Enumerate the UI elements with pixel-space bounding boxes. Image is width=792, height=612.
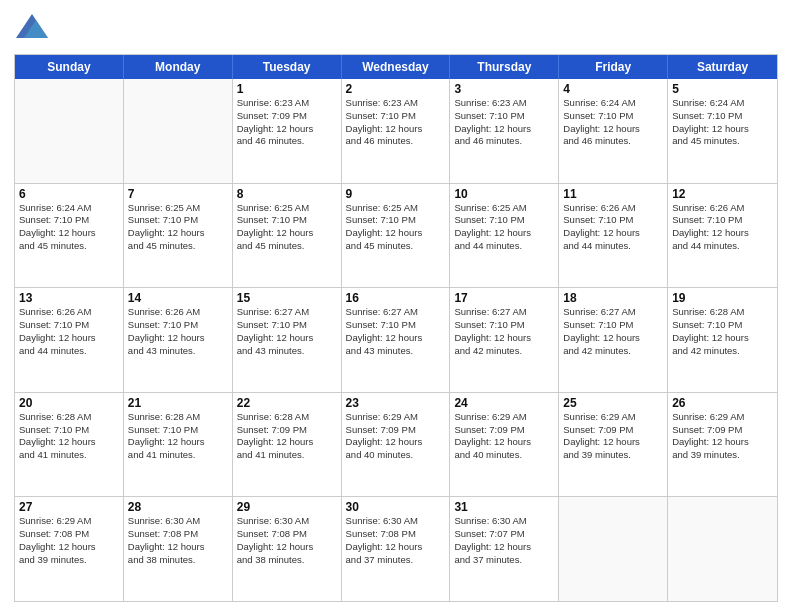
calendar-row: 20Sunrise: 6:28 AMSunset: 7:10 PMDayligh…	[15, 393, 777, 498]
day-info: Sunrise: 6:28 AMSunset: 7:10 PMDaylight:…	[672, 306, 773, 357]
day-info: Sunrise: 6:23 AMSunset: 7:10 PMDaylight:…	[346, 97, 446, 148]
day-number: 27	[19, 500, 119, 514]
day-info: Sunrise: 6:29 AMSunset: 7:09 PMDaylight:…	[563, 411, 663, 462]
day-number: 12	[672, 187, 773, 201]
calendar-cell: 16Sunrise: 6:27 AMSunset: 7:10 PMDayligh…	[342, 288, 451, 392]
calendar-row: 27Sunrise: 6:29 AMSunset: 7:08 PMDayligh…	[15, 497, 777, 601]
day-number: 22	[237, 396, 337, 410]
logo-icon	[14, 10, 50, 46]
day-info: Sunrise: 6:23 AMSunset: 7:09 PMDaylight:…	[237, 97, 337, 148]
day-number: 30	[346, 500, 446, 514]
day-number: 10	[454, 187, 554, 201]
day-number: 5	[672, 82, 773, 96]
day-info: Sunrise: 6:25 AMSunset: 7:10 PMDaylight:…	[237, 202, 337, 253]
calendar-cell: 4Sunrise: 6:24 AMSunset: 7:10 PMDaylight…	[559, 79, 668, 183]
calendar-cell: 8Sunrise: 6:25 AMSunset: 7:10 PMDaylight…	[233, 184, 342, 288]
day-info: Sunrise: 6:27 AMSunset: 7:10 PMDaylight:…	[346, 306, 446, 357]
header-day: Tuesday	[233, 55, 342, 79]
calendar-cell: 7Sunrise: 6:25 AMSunset: 7:10 PMDaylight…	[124, 184, 233, 288]
day-number: 4	[563, 82, 663, 96]
day-info: Sunrise: 6:25 AMSunset: 7:10 PMDaylight:…	[454, 202, 554, 253]
day-number: 9	[346, 187, 446, 201]
day-number: 2	[346, 82, 446, 96]
day-number: 11	[563, 187, 663, 201]
calendar-cell: 3Sunrise: 6:23 AMSunset: 7:10 PMDaylight…	[450, 79, 559, 183]
day-info: Sunrise: 6:28 AMSunset: 7:09 PMDaylight:…	[237, 411, 337, 462]
calendar-cell: 31Sunrise: 6:30 AMSunset: 7:07 PMDayligh…	[450, 497, 559, 601]
day-number: 3	[454, 82, 554, 96]
day-number: 8	[237, 187, 337, 201]
day-number: 24	[454, 396, 554, 410]
calendar-cell: 9Sunrise: 6:25 AMSunset: 7:10 PMDaylight…	[342, 184, 451, 288]
calendar-cell: 13Sunrise: 6:26 AMSunset: 7:10 PMDayligh…	[15, 288, 124, 392]
calendar-cell: 29Sunrise: 6:30 AMSunset: 7:08 PMDayligh…	[233, 497, 342, 601]
day-number: 20	[19, 396, 119, 410]
day-info: Sunrise: 6:27 AMSunset: 7:10 PMDaylight:…	[454, 306, 554, 357]
day-number: 6	[19, 187, 119, 201]
calendar-cell: 25Sunrise: 6:29 AMSunset: 7:09 PMDayligh…	[559, 393, 668, 497]
page: SundayMondayTuesdayWednesdayThursdayFrid…	[0, 0, 792, 612]
day-info: Sunrise: 6:30 AMSunset: 7:08 PMDaylight:…	[128, 515, 228, 566]
day-info: Sunrise: 6:26 AMSunset: 7:10 PMDaylight:…	[563, 202, 663, 253]
calendar-cell: 27Sunrise: 6:29 AMSunset: 7:08 PMDayligh…	[15, 497, 124, 601]
calendar-cell: 19Sunrise: 6:28 AMSunset: 7:10 PMDayligh…	[668, 288, 777, 392]
calendar-cell: 22Sunrise: 6:28 AMSunset: 7:09 PMDayligh…	[233, 393, 342, 497]
calendar-cell: 5Sunrise: 6:24 AMSunset: 7:10 PMDaylight…	[668, 79, 777, 183]
day-info: Sunrise: 6:24 AMSunset: 7:10 PMDaylight:…	[563, 97, 663, 148]
logo	[14, 10, 54, 46]
calendar-cell: 21Sunrise: 6:28 AMSunset: 7:10 PMDayligh…	[124, 393, 233, 497]
day-info: Sunrise: 6:30 AMSunset: 7:07 PMDaylight:…	[454, 515, 554, 566]
calendar-cell: 2Sunrise: 6:23 AMSunset: 7:10 PMDaylight…	[342, 79, 451, 183]
day-info: Sunrise: 6:28 AMSunset: 7:10 PMDaylight:…	[19, 411, 119, 462]
calendar-cell: 28Sunrise: 6:30 AMSunset: 7:08 PMDayligh…	[124, 497, 233, 601]
header-day: Friday	[559, 55, 668, 79]
day-number: 17	[454, 291, 554, 305]
day-number: 13	[19, 291, 119, 305]
header-day: Wednesday	[342, 55, 451, 79]
day-number: 18	[563, 291, 663, 305]
header-day: Thursday	[450, 55, 559, 79]
day-number: 14	[128, 291, 228, 305]
day-info: Sunrise: 6:30 AMSunset: 7:08 PMDaylight:…	[237, 515, 337, 566]
calendar-row: 1Sunrise: 6:23 AMSunset: 7:09 PMDaylight…	[15, 79, 777, 184]
day-number: 16	[346, 291, 446, 305]
calendar-cell: 17Sunrise: 6:27 AMSunset: 7:10 PMDayligh…	[450, 288, 559, 392]
calendar-cell: 12Sunrise: 6:26 AMSunset: 7:10 PMDayligh…	[668, 184, 777, 288]
calendar-row: 13Sunrise: 6:26 AMSunset: 7:10 PMDayligh…	[15, 288, 777, 393]
day-info: Sunrise: 6:26 AMSunset: 7:10 PMDaylight:…	[19, 306, 119, 357]
day-number: 25	[563, 396, 663, 410]
day-info: Sunrise: 6:27 AMSunset: 7:10 PMDaylight:…	[237, 306, 337, 357]
calendar-cell	[15, 79, 124, 183]
calendar-cell: 15Sunrise: 6:27 AMSunset: 7:10 PMDayligh…	[233, 288, 342, 392]
day-info: Sunrise: 6:27 AMSunset: 7:10 PMDaylight:…	[563, 306, 663, 357]
header-day: Monday	[124, 55, 233, 79]
day-info: Sunrise: 6:29 AMSunset: 7:09 PMDaylight:…	[672, 411, 773, 462]
calendar-cell: 10Sunrise: 6:25 AMSunset: 7:10 PMDayligh…	[450, 184, 559, 288]
day-info: Sunrise: 6:29 AMSunset: 7:09 PMDaylight:…	[346, 411, 446, 462]
day-info: Sunrise: 6:24 AMSunset: 7:10 PMDaylight:…	[672, 97, 773, 148]
calendar-cell	[124, 79, 233, 183]
day-info: Sunrise: 6:24 AMSunset: 7:10 PMDaylight:…	[19, 202, 119, 253]
day-number: 26	[672, 396, 773, 410]
day-number: 23	[346, 396, 446, 410]
header-day: Sunday	[15, 55, 124, 79]
calendar-cell	[559, 497, 668, 601]
calendar-cell: 24Sunrise: 6:29 AMSunset: 7:09 PMDayligh…	[450, 393, 559, 497]
day-info: Sunrise: 6:25 AMSunset: 7:10 PMDaylight:…	[128, 202, 228, 253]
day-info: Sunrise: 6:26 AMSunset: 7:10 PMDaylight:…	[672, 202, 773, 253]
day-info: Sunrise: 6:29 AMSunset: 7:09 PMDaylight:…	[454, 411, 554, 462]
day-info: Sunrise: 6:23 AMSunset: 7:10 PMDaylight:…	[454, 97, 554, 148]
calendar-cell: 23Sunrise: 6:29 AMSunset: 7:09 PMDayligh…	[342, 393, 451, 497]
day-number: 19	[672, 291, 773, 305]
calendar-cell: 6Sunrise: 6:24 AMSunset: 7:10 PMDaylight…	[15, 184, 124, 288]
calendar-cell: 20Sunrise: 6:28 AMSunset: 7:10 PMDayligh…	[15, 393, 124, 497]
calendar-cell: 30Sunrise: 6:30 AMSunset: 7:08 PMDayligh…	[342, 497, 451, 601]
day-info: Sunrise: 6:25 AMSunset: 7:10 PMDaylight:…	[346, 202, 446, 253]
day-info: Sunrise: 6:29 AMSunset: 7:08 PMDaylight:…	[19, 515, 119, 566]
header	[14, 10, 778, 46]
calendar-body: 1Sunrise: 6:23 AMSunset: 7:09 PMDaylight…	[15, 79, 777, 601]
calendar-cell: 14Sunrise: 6:26 AMSunset: 7:10 PMDayligh…	[124, 288, 233, 392]
calendar-cell: 1Sunrise: 6:23 AMSunset: 7:09 PMDaylight…	[233, 79, 342, 183]
day-info: Sunrise: 6:26 AMSunset: 7:10 PMDaylight:…	[128, 306, 228, 357]
calendar: SundayMondayTuesdayWednesdayThursdayFrid…	[14, 54, 778, 602]
